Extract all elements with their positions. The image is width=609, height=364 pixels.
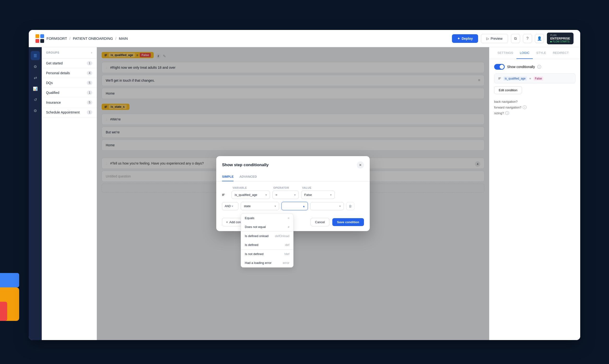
modal-tab-simple[interactable]: SIMPLE	[222, 172, 234, 181]
preview-button[interactable]: ▷ Preview	[481, 34, 508, 43]
chevron-up-icon: ▴	[303, 204, 305, 208]
copy-button[interactable]: ⧉	[511, 34, 520, 43]
info-icon: i	[537, 65, 541, 69]
breadcrumb-sep2: /	[115, 36, 116, 40]
modal-close-button[interactable]: ✕	[357, 161, 364, 169]
nav-item-qualified[interactable]: Qualified 1	[42, 88, 97, 98]
nav-item-schedule[interactable]: Schedule Appointment 1	[42, 107, 97, 117]
nav-item-badge: 1	[87, 110, 92, 115]
deploy-button[interactable]: ✦ Deploy	[452, 34, 478, 43]
delete-condition-button[interactable]: 🗑	[346, 202, 354, 210]
nav-item-label: Personal details	[46, 71, 70, 75]
if-label-row1: IF	[222, 193, 229, 197]
dropdown-item-not-defined[interactable]: Is not defined !def	[241, 249, 293, 258]
dropdown-label: Does not equal	[245, 225, 266, 229]
nav-item-label: Schedule Appointment	[46, 110, 80, 114]
value-select-2[interactable]: ▾	[310, 202, 344, 210]
right-panel: SETTINGS LOGIC STYLE REDIRECT Show condi…	[489, 47, 580, 340]
center-content: IF is_qualified_age = False 2 ✎ :: #Righ…	[97, 47, 489, 340]
tab-redirect[interactable]: REDIRECT	[550, 47, 572, 59]
app-title: FORMSORT	[46, 36, 67, 40]
sidebar-icon-analytics[interactable]: ⚙	[31, 62, 40, 71]
back-nav-label: back navigation?	[494, 100, 575, 104]
modal-body: VARIABLE OPERATOR VALUE IF is_qualified_…	[216, 182, 370, 218]
flow-starts: FLOW STARTS	[553, 40, 569, 43]
groups-label: GROUPS	[46, 51, 59, 54]
modal-tab-advanced[interactable]: ADVANCED	[239, 172, 257, 181]
topbar: FORMSORT / PATIENT ONBOARDING / MAIN ✦ D…	[29, 30, 580, 47]
plan-badge: PLAN ENTERPRISE FLOW STARTS	[547, 33, 573, 44]
condition-value: False	[533, 76, 543, 81]
help-button[interactable]: ?	[523, 34, 532, 43]
modal-header: Show step conditionally ✕	[216, 156, 370, 169]
nav-sidebar-header: GROUPS ›	[42, 47, 97, 58]
operator-value-1: =	[276, 193, 277, 197]
operator-select-1[interactable]: = ▾	[272, 191, 299, 199]
icon-sidebar: ☰ ⚙ ⇄ 📊 ↺ ⚙	[29, 47, 42, 340]
nav-item-dqs[interactable]: DQs 5	[42, 78, 97, 88]
right-panel-tabs: SETTINGS LOGIC STYLE REDIRECT	[489, 47, 580, 59]
edit-condition-button[interactable]: Edit condition	[494, 86, 522, 94]
breadcrumb: FORMSORT / PATIENT ONBOARDING / MAIN	[46, 36, 128, 40]
sidebar-icon-list[interactable]: ☰	[31, 51, 40, 60]
dropdown-item-loading-error[interactable]: Had a loading error error	[241, 258, 293, 267]
operator-select-2[interactable]: ▴	[281, 202, 308, 210]
dropdown-symbol: !def	[284, 252, 289, 256]
nav-item-badge: 5	[87, 81, 92, 85]
condition-variable: is_qualified_age	[503, 76, 527, 81]
col-header-value: VALUE	[302, 186, 336, 189]
if-condition-display: IF is_qualified_age = False	[494, 74, 575, 83]
nav-item-get-started[interactable]: Get started 1	[42, 58, 97, 68]
dropdown-item-defined[interactable]: Is defined def	[241, 240, 293, 249]
main-content: ☰ ⚙ ⇄ 📊 ↺ ⚙ GROUPS › Get started 1 Perso…	[29, 47, 580, 340]
chevron-down-icon: ▾	[265, 193, 267, 197]
profile-button[interactable]: 👤	[535, 34, 544, 43]
operator-dropdown: Equals = Does not equal ≠ Is defined onl…	[241, 213, 293, 268]
topbar-actions: ✦ Deploy ▷ Preview ⧉ ? 👤 PLAN ENTERPRISE…	[452, 33, 573, 44]
svg-rect-0	[36, 34, 39, 38]
breadcrumb-item2: MAIN	[119, 36, 128, 40]
modal-tabs: SIMPLE ADVANCED	[216, 172, 370, 182]
tab-logic[interactable]: LOGIC	[516, 47, 533, 59]
nav-item-label: DQs	[46, 81, 53, 85]
modal-overlay: Show step conditionally ✕ SIMPLE ADVANCE…	[97, 47, 489, 340]
formsort-logo	[36, 34, 44, 43]
nav-item-badge: 5	[87, 100, 92, 105]
dropdown-item-notequal[interactable]: Does not equal ≠	[241, 222, 293, 231]
sizing-info: i	[505, 111, 509, 115]
condition-row-2: AND ▾ state ▾ ▴	[222, 202, 364, 210]
right-panel-body: Show conditionally i IF is_qualified_age…	[489, 59, 580, 340]
save-condition-button[interactable]: Save condition	[332, 218, 364, 226]
sidebar-icon-settings[interactable]: ⚙	[31, 106, 40, 115]
value-select-1[interactable]: False ▾	[301, 191, 335, 199]
dropdown-symbol: def	[285, 243, 289, 247]
nav-item-insurance[interactable]: Insurance 5	[42, 98, 97, 107]
variable-select-2[interactable]: state ▾	[241, 202, 279, 210]
forward-nav-info: i	[523, 105, 526, 109]
deploy-icon: ✦	[457, 37, 460, 40]
variable-select-1[interactable]: is_qualified_age ▾	[232, 191, 270, 199]
nav-item-personal-details[interactable]: Personal details 4	[42, 68, 97, 78]
deploy-label: Deploy	[462, 37, 473, 40]
dropdown-symbol: defOnload	[275, 234, 289, 238]
dropdown-item-defined-onload[interactable]: Is defined onload defOnload	[241, 231, 293, 240]
preview-label: Preview	[491, 37, 502, 40]
modal-dialog: Show step conditionally ✕ SIMPLE ADVANCE…	[216, 156, 370, 231]
tab-settings[interactable]: SETTINGS	[494, 47, 516, 59]
sidebar-icon-chart[interactable]: 📊	[31, 84, 40, 93]
show-conditionally-toggle[interactable]	[494, 64, 505, 70]
sidebar-icon-history[interactable]: ↺	[31, 95, 40, 104]
tab-style[interactable]: STYLE	[533, 47, 549, 59]
nav-item-badge: 1	[87, 61, 92, 65]
logo-area: FORMSORT / PATIENT ONBOARDING / MAIN	[36, 34, 128, 43]
and-select[interactable]: AND ▾	[222, 202, 238, 210]
forward-nav-label: forward navigation? i	[494, 105, 575, 109]
nav-item-label: Insurance	[46, 101, 61, 104]
cancel-button[interactable]: Cancel	[310, 218, 329, 226]
dropdown-item-equals[interactable]: Equals =	[241, 214, 293, 222]
sidebar-icon-flow[interactable]: ⇄	[31, 73, 40, 82]
expand-icon[interactable]: ›	[91, 51, 92, 54]
dropdown-label: Had a loading error	[245, 261, 271, 265]
show-conditionally-row: Show conditionally i	[494, 64, 575, 70]
plan-label: PLAN	[550, 34, 556, 37]
